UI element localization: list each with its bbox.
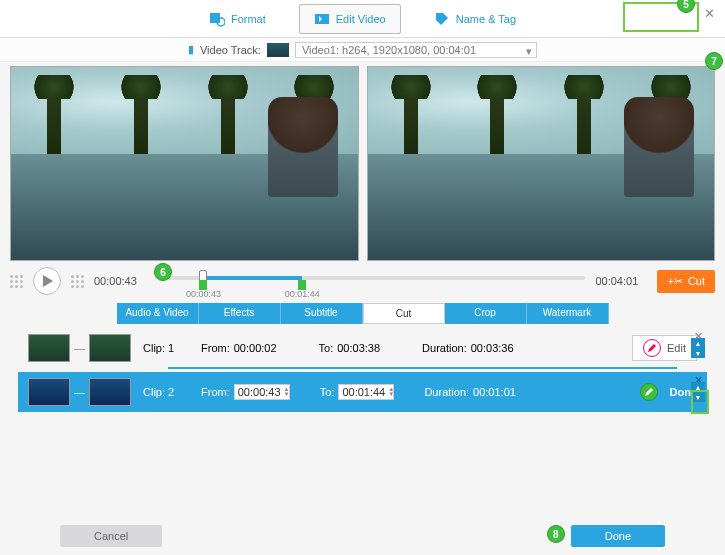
track-thumb (267, 43, 289, 57)
subtab-audio-video[interactable]: Audio & Video (117, 303, 199, 324)
annotation-badge-8: 8 (547, 525, 565, 543)
dialog-footer: Cancel 8 Done (0, 525, 725, 547)
subtab-watermark[interactable]: Watermark (527, 303, 609, 324)
row-reorder[interactable]: ▲▼ (691, 382, 705, 402)
tag-icon (434, 11, 450, 27)
clip-number: Clip: 1 (143, 342, 189, 354)
total-time: 00:04:01 (595, 275, 647, 287)
tab-name-tag[interactable]: Name & Tag (419, 4, 531, 34)
subtab-subtitle[interactable]: Subtitle (281, 303, 363, 324)
preview-viewport (367, 66, 716, 261)
clip-thumb (89, 334, 131, 362)
clip-thumb (89, 378, 131, 406)
tab-format[interactable]: Format (194, 4, 281, 34)
pencil-icon (640, 383, 658, 401)
track-label: Video Track: (200, 44, 261, 56)
close-icon[interactable]: ✕ (704, 6, 715, 21)
annotation-badge-7: 7 (705, 52, 723, 70)
chevron-down-icon: ▼ (691, 392, 705, 402)
chevron-down-icon: ▼ (691, 348, 705, 358)
to-value: 00:03:38 (337, 342, 380, 354)
subtab-cut[interactable]: Cut (363, 303, 445, 324)
duration-value: 00:01:01 (473, 386, 516, 398)
done-button[interactable]: Done (571, 525, 665, 547)
top-tab-bar: Format Edit Video Name & Tag ✕ (0, 0, 725, 38)
player-controls: 00:00:43 6 00:00:43 00:01:44 00:04:01 +✂… (0, 261, 725, 297)
clip-thumb (28, 378, 70, 406)
edit-subtabs: Audio & Video Effects Subtitle Cut Crop … (0, 303, 725, 324)
video-track-row: ▮ Video Track: Video1: h264, 1920x1080, … (0, 38, 725, 62)
pencil-icon (643, 339, 661, 357)
tab-label: Edit Video (336, 13, 386, 25)
cut-button[interactable]: +✂ Cut (657, 270, 715, 293)
clip-number: Clip: 2 (143, 386, 189, 398)
from-input[interactable]: 00:00:43▲▼ (234, 384, 290, 400)
subtab-crop[interactable]: Crop (445, 303, 527, 324)
chevron-down-icon: ▾ (526, 45, 532, 58)
duration-value: 00:03:36 (471, 342, 514, 354)
original-viewport (10, 66, 359, 261)
current-time: 00:00:43 (94, 275, 146, 287)
play-button[interactable] (33, 267, 61, 295)
row-reorder[interactable]: ▲▼ (691, 338, 705, 358)
chevron-up-icon: ▲ (691, 382, 705, 392)
clip-row[interactable]: — Clip: 1 From: 00:00:02 To: 00:03:38 Du… (18, 328, 707, 368)
chevron-up-icon: ▲ (691, 338, 705, 348)
tab-edit-video[interactable]: Edit Video (299, 4, 401, 34)
subtab-effects[interactable]: Effects (199, 303, 281, 324)
cancel-button[interactable]: Cancel (60, 525, 162, 547)
format-icon (209, 11, 225, 27)
clip-list: 5 — Clip: 1 From: 00:00:02 To: 00:03:38 … (0, 328, 725, 438)
clip-row[interactable]: — Clip: 2 From: 00:00:43▲▼ To: 00:01:44▲… (18, 372, 707, 412)
timeline-slider[interactable]: 6 00:00:43 00:01:44 (156, 267, 585, 295)
tab-label: Format (231, 13, 266, 25)
scissors-icon: +✂ (667, 275, 682, 288)
edit-clip-button[interactable]: Edit (632, 335, 697, 361)
annotation-badge-6: 6 (154, 263, 172, 281)
to-input[interactable]: 00:01:44▲▼ (338, 384, 394, 400)
track-select[interactable]: Video1: h264, 1920x1080, 00:04:01 ▾ (295, 42, 537, 58)
next-frame-icon[interactable] (71, 275, 84, 288)
tab-label: Name & Tag (456, 13, 516, 25)
edit-video-icon (314, 11, 330, 27)
clip-thumb (28, 334, 70, 362)
from-value: 00:00:02 (234, 342, 277, 354)
prev-frame-icon[interactable] (10, 275, 23, 288)
